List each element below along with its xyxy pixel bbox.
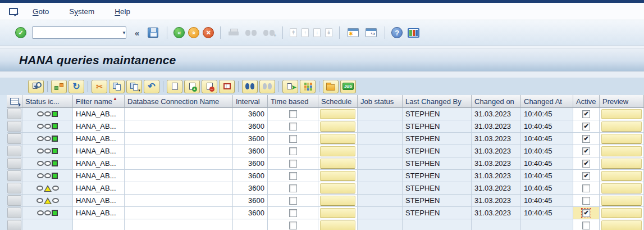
column-header-filter-name[interactable]: Filter name▲ — [73, 95, 125, 108]
interval-cell[interactable] — [233, 219, 268, 230]
time-based-checkbox[interactable] — [289, 197, 297, 205]
db-connection-cell[interactable] — [125, 195, 233, 207]
new-session-icon[interactable]: ✱ — [348, 28, 359, 37]
db-connection-cell[interactable] — [125, 133, 233, 145]
schedule-button[interactable] — [320, 134, 355, 144]
time-based-checkbox[interactable] — [289, 123, 297, 130]
command-field[interactable]: ▼ — [32, 26, 126, 39]
time-based-checkbox[interactable] — [289, 147, 297, 155]
time-based-checkbox[interactable] — [289, 222, 297, 229]
db-connection-cell[interactable] — [125, 108, 233, 120]
row-selector-cell[interactable] — [7, 195, 22, 207]
previous-page-icon[interactable]: ↑ — [302, 28, 309, 37]
column-header-last-changed-by[interactable]: Last Changed By — [403, 95, 472, 108]
command-dropdown-icon[interactable]: ▼ — [122, 30, 126, 35]
row-selector-cell[interactable] — [7, 182, 22, 195]
time-based-checkbox[interactable] — [289, 160, 297, 168]
preview-button[interactable] — [601, 196, 642, 206]
cancel-icon[interactable]: ✕ — [203, 27, 214, 38]
folder-icon[interactable] — [323, 80, 339, 93]
interval-cell[interactable]: 3600 — [233, 108, 268, 120]
preview-button[interactable] — [601, 159, 642, 169]
schedule-button[interactable] — [320, 109, 355, 119]
db-connection-cell[interactable] — [125, 157, 233, 170]
schedule-button[interactable] — [320, 171, 355, 181]
time-based-checkbox[interactable] — [289, 209, 297, 217]
paste-icon[interactable]: ▼ — [126, 80, 142, 93]
row-selector-button[interactable] — [7, 158, 21, 169]
find-next-entries-icon[interactable] — [259, 80, 275, 93]
job-button[interactable]: Job — [340, 80, 356, 93]
preview-button[interactable] — [601, 183, 642, 193]
row-selector-button[interactable] — [7, 133, 21, 144]
row-selector-cell[interactable] — [7, 170, 22, 182]
find-icon[interactable] — [245, 29, 257, 37]
row-selector-button[interactable] — [7, 208, 21, 218]
column-header-preview[interactable]: Preview — [600, 95, 644, 108]
column-header-active[interactable]: Active — [573, 95, 600, 108]
row-selector-cell[interactable] — [7, 219, 22, 230]
last-page-icon[interactable]: ↡ — [325, 28, 332, 37]
preview-button[interactable] — [601, 146, 642, 156]
column-header-db-connection[interactable]: Database Connection Name — [125, 95, 233, 108]
preview-button[interactable] — [601, 220, 642, 230]
db-connection-cell[interactable] — [125, 120, 233, 133]
active-checkbox[interactable] — [582, 110, 590, 118]
row-selector-button[interactable] — [7, 121, 21, 132]
schedule-button[interactable] — [320, 146, 355, 156]
preview-button[interactable] — [601, 171, 642, 181]
menu-item-goto[interactable]: Goto — [33, 7, 49, 16]
db-connection-cell[interactable] — [125, 207, 233, 219]
time-based-checkbox[interactable] — [289, 110, 297, 118]
save-icon[interactable] — [148, 28, 158, 38]
active-checkbox[interactable] — [582, 135, 590, 143]
preview-button[interactable] — [601, 121, 642, 132]
export-icon[interactable]: ➤ — [282, 80, 298, 93]
menu-item-system[interactable]: System — [69, 7, 94, 16]
column-header-changed-on[interactable]: Changed on — [472, 95, 521, 108]
filter-name-cell[interactable]: HANA_AB... — [73, 120, 125, 133]
row-selector-button[interactable] — [7, 195, 21, 206]
row-selector-button[interactable] — [7, 146, 21, 156]
filter-name-cell[interactable]: HANA_AB... — [73, 207, 125, 219]
column-header-status[interactable]: Status ic... — [22, 95, 73, 108]
row-selector-button[interactable] — [7, 109, 21, 119]
exit-icon[interactable]: « — [188, 27, 199, 38]
undo-icon[interactable]: ↶ — [144, 80, 159, 93]
find-next-icon[interactable]: + — [263, 29, 275, 37]
filter-name-cell[interactable]: HANA_AB... — [73, 108, 125, 120]
time-based-checkbox[interactable] — [289, 135, 297, 143]
active-checkbox[interactable] — [582, 147, 590, 155]
schedule-button[interactable] — [320, 159, 355, 169]
db-connection-cell[interactable] — [125, 182, 233, 195]
time-based-checkbox[interactable] — [289, 172, 297, 180]
preview-button[interactable] — [601, 134, 642, 144]
back-icon[interactable]: « — [173, 27, 185, 38]
control-menu-icon[interactable] — [9, 8, 18, 15]
db-connection-cell[interactable] — [125, 145, 233, 157]
schedule-button[interactable] — [320, 220, 355, 230]
interval-cell[interactable]: 3600 — [233, 157, 268, 170]
schedule-button[interactable] — [320, 208, 355, 218]
row-selector-button[interactable] — [7, 183, 21, 193]
column-header-job-status[interactable]: Job status — [358, 95, 403, 108]
delete-row-icon[interactable]: − — [202, 80, 217, 93]
interval-cell[interactable]: 3600 — [233, 145, 268, 157]
active-checkbox[interactable] — [582, 222, 590, 229]
grid-view-icon[interactable] — [300, 80, 316, 93]
row-selector-cell[interactable] — [7, 145, 22, 157]
filter-name-cell[interactable]: HANA_AB... — [73, 195, 125, 207]
interval-cell[interactable]: 3600 — [233, 195, 268, 207]
active-checkbox[interactable] — [582, 160, 590, 168]
active-checkbox[interactable] — [582, 123, 590, 130]
filter-name-cell[interactable]: HANA_AB... — [73, 145, 125, 157]
filter-name-cell[interactable] — [73, 219, 125, 230]
create-entry-icon[interactable] — [167, 80, 182, 93]
select-all-header[interactable] — [7, 95, 22, 108]
print-icon[interactable] — [229, 29, 239, 37]
next-page-icon[interactable]: ↓ — [313, 28, 321, 37]
db-connection-cell[interactable] — [125, 219, 233, 230]
command-input[interactable] — [33, 28, 122, 38]
interval-cell[interactable]: 3600 — [233, 120, 268, 133]
interval-cell[interactable]: 3600 — [233, 133, 268, 145]
